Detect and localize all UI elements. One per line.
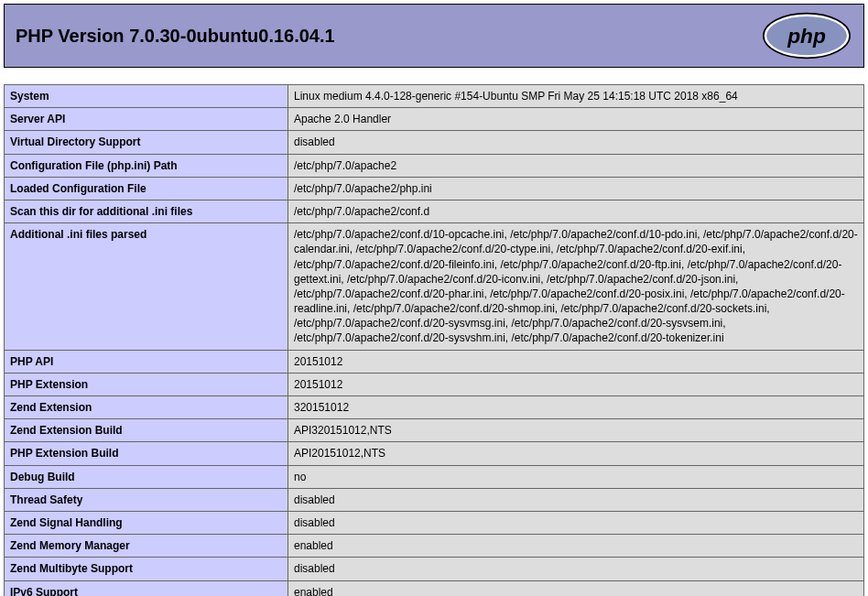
config-value: Linux medium 4.4.0-128-generic #154-Ubun… <box>288 85 864 108</box>
config-label: Additional .ini files parsed <box>5 223 288 351</box>
config-value: API20151012,NTS <box>288 442 864 465</box>
config-value: /etc/php/7.0/apache2/conf.d <box>288 200 864 222</box>
table-row: Scan this dir for additional .ini files/… <box>5 200 864 222</box>
config-value: /etc/php/7.0/apache2/php.ini <box>288 177 864 200</box>
config-label: System <box>5 85 288 108</box>
svg-text:php: php <box>787 24 826 48</box>
config-value: 320151012 <box>288 396 864 419</box>
table-row: Configuration File (php.ini) Path/etc/ph… <box>5 154 864 177</box>
config-label: Server API <box>5 108 288 131</box>
config-label: Thread Safety <box>5 488 288 511</box>
table-row: Zend Signal Handlingdisabled <box>5 511 864 534</box>
php-logo-icon: php <box>761 12 852 60</box>
config-value: disabled <box>288 488 864 511</box>
config-label: Scan this dir for additional .ini files <box>5 200 288 222</box>
phpinfo-table: SystemLinux medium 4.4.0-128-generic #15… <box>4 84 864 596</box>
config-value: /etc/php/7.0/apache2 <box>288 154 864 177</box>
config-label: Zend Signal Handling <box>5 511 288 534</box>
config-value: disabled <box>288 131 864 154</box>
config-label: Virtual Directory Support <box>5 131 288 154</box>
table-row: SystemLinux medium 4.4.0-128-generic #15… <box>5 85 864 108</box>
config-label: PHP Extension Build <box>5 442 288 465</box>
table-row: PHP API20151012 <box>5 350 864 373</box>
config-value: disabled <box>288 511 864 534</box>
table-row: Thread Safetydisabled <box>5 488 864 511</box>
config-label: IPv6 Support <box>5 580 288 596</box>
config-label: Zend Extension <box>5 396 288 419</box>
config-value: 20151012 <box>288 373 864 396</box>
config-value: enabled <box>288 580 864 596</box>
table-row: Loaded Configuration File/etc/php/7.0/ap… <box>5 177 864 200</box>
config-label: Loaded Configuration File <box>5 177 288 200</box>
table-row: Server APIApache 2.0 Handler <box>5 108 864 131</box>
config-value: enabled <box>288 535 864 558</box>
table-row: PHP Extension BuildAPI20151012,NTS <box>5 442 864 465</box>
config-label: Zend Extension Build <box>5 419 288 442</box>
phpinfo-header: PHP Version 7.0.30-0ubuntu0.16.04.1 php <box>4 4 864 68</box>
table-row: Zend Extension BuildAPI320151012,NTS <box>5 419 864 442</box>
table-row: Virtual Directory Supportdisabled <box>5 131 864 154</box>
config-label: Configuration File (php.ini) Path <box>5 154 288 177</box>
config-value: no <box>288 465 864 488</box>
config-label: Zend Memory Manager <box>5 535 288 558</box>
config-value: API320151012,NTS <box>288 419 864 442</box>
table-row: Zend Memory Managerenabled <box>5 535 864 558</box>
config-value: /etc/php/7.0/apache2/conf.d/10-opcache.i… <box>288 223 864 351</box>
config-value: disabled <box>288 558 864 580</box>
config-label: Debug Build <box>5 465 288 488</box>
config-label: Zend Multibyte Support <box>5 558 288 580</box>
page-title: PHP Version 7.0.30-0ubuntu0.16.04.1 <box>16 26 335 47</box>
config-label: PHP API <box>5 350 288 373</box>
table-row: Additional .ini files parsed/etc/php/7.0… <box>5 223 864 351</box>
config-value: 20151012 <box>288 350 864 373</box>
config-value: Apache 2.0 Handler <box>288 108 864 131</box>
table-row: Zend Extension320151012 <box>5 396 864 419</box>
table-row: Debug Buildno <box>5 465 864 488</box>
table-row: PHP Extension20151012 <box>5 373 864 396</box>
config-label: PHP Extension <box>5 373 288 396</box>
table-row: Zend Multibyte Supportdisabled <box>5 558 864 580</box>
table-row: IPv6 Supportenabled <box>5 580 864 596</box>
